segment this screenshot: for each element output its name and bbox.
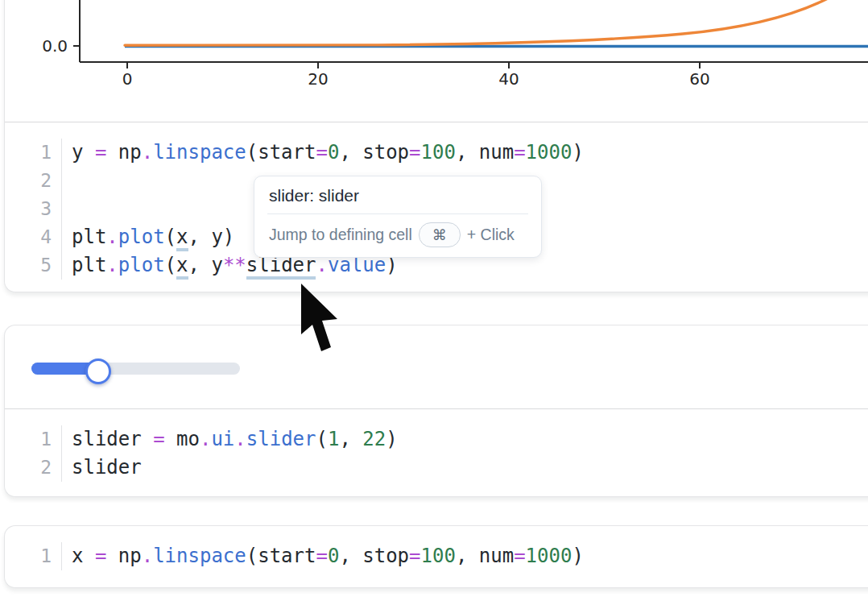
line-number: 1 [5,542,52,570]
line-number-gutter: 12 [5,425,62,482]
line-number: 1 [5,139,52,167]
code-token[interactable]: , stop [339,545,409,567]
code-token[interactable]: 1000 [526,545,572,567]
code-token[interactable]: = [514,545,525,567]
code-token[interactable]: 100 [421,545,456,567]
code-token[interactable]: ui [211,428,234,450]
code-token[interactable]: x [176,254,188,280]
code-token[interactable]: . [142,141,153,164]
code-token[interactable]: mo [165,428,200,450]
code-token[interactable]: linspace [153,141,246,164]
code-token[interactable]: = [514,141,525,164]
code-token[interactable]: , num [456,545,514,567]
code-token[interactable]: plot [118,254,165,276]
slider-thumb[interactable] [85,359,111,384]
command-key-badge: ⌘ [419,222,461,247]
line-number: 1 [5,425,52,454]
line-number-gutter: 12345 [5,139,62,280]
tooltip-title: slider: slider [254,176,541,213]
code-token[interactable]: ) [572,545,583,567]
code-line[interactable]: x = np.linspace(start=0, stop=100, num=1… [72,542,868,570]
slider-track[interactable] [31,363,240,375]
code-token[interactable]: slider [72,456,142,479]
line-number: 4 [5,223,52,251]
line-number: 3 [5,195,52,223]
code-token[interactable]: (start [246,545,316,567]
code-token[interactable]: = [95,141,106,164]
code-token[interactable]: . [142,545,153,567]
code-line[interactable]: slider [72,454,868,482]
code-token[interactable]: plt [72,226,106,248]
code-token[interactable]: ( [316,428,327,450]
tooltip-action-row: Jump to defining cell ⌘ + Click [254,214,541,257]
code-token[interactable]: 1000 [526,141,572,164]
code-token[interactable]: slider [246,428,316,450]
code-token[interactable]: x [176,226,188,251]
code-token[interactable]: 1 [328,428,339,450]
code-token[interactable]: = [316,545,327,567]
plot-output-area [5,0,868,122]
code-token[interactable]: . [200,428,211,450]
code-token[interactable]: = [153,428,164,450]
code-content-3[interactable]: x = np.linspace(start=0, stop=100, num=1… [62,542,868,570]
tooltip-click-label: + Click [467,226,515,244]
code-token[interactable]: . [234,428,246,450]
code-content-2[interactable]: slider = mo.ui.slider(1, 22)slider [62,425,868,482]
code-token[interactable]: x [72,545,95,567]
code-token[interactable]: ) [386,428,397,450]
code-token[interactable]: ** [223,254,246,276]
code-token[interactable]: 0 [328,141,339,164]
code-token[interactable]: , [339,428,362,450]
code-token[interactable]: , y [188,254,223,276]
code-token[interactable]: plt [72,254,106,276]
cell-x-definition: 1 x = np.linspace(start=0, stop=100, num… [4,525,868,588]
code-token[interactable]: plot [118,226,165,248]
code-editor-2[interactable]: 12 slider = mo.ui.slider(1, 22)slider [5,409,868,482]
code-token[interactable]: , y) [188,226,235,248]
code-token[interactable]: , num [456,141,514,164]
slider-output-area [5,325,868,409]
code-token[interactable]: . [106,226,118,248]
code-token[interactable]: = [316,141,327,164]
code-token[interactable]: 22 [362,428,386,450]
code-editor-3[interactable]: 1 x = np.linspace(start=0, stop=100, num… [5,526,868,570]
code-token[interactable]: y [72,141,95,164]
code-token[interactable]: = [409,545,420,567]
code-token[interactable]: (start [246,141,316,164]
line-number: 5 [5,251,52,280]
code-token[interactable]: 100 [421,141,456,164]
line-number: 2 [5,167,52,195]
code-token[interactable]: np [106,545,141,567]
code-token[interactable]: slider [72,428,153,450]
code-token[interactable]: np [106,141,141,164]
code-token[interactable]: = [409,141,420,164]
code-token[interactable]: 0 [328,545,339,567]
code-token[interactable]: . [106,254,118,276]
variable-hover-tooltip: slider: slider Jump to defining cell ⌘ +… [254,176,542,258]
tooltip-action-label: Jump to defining cell [269,226,412,244]
line-number: 2 [5,454,52,482]
code-line[interactable]: slider = mo.ui.slider(1, 22) [72,425,868,454]
code-token[interactable]: = [95,545,106,567]
code-token[interactable]: ( [165,254,176,276]
cell-slider: 12 slider = mo.ui.slider(1, 22)slider [4,325,868,497]
line-number-gutter: 1 [5,542,62,570]
code-token[interactable]: linspace [153,545,246,567]
code-token[interactable]: ( [165,226,176,248]
code-line[interactable]: y = np.linspace(start=0, stop=100, num=1… [72,139,868,167]
code-token[interactable]: , stop [339,141,409,164]
code-token[interactable]: ) [572,141,583,164]
